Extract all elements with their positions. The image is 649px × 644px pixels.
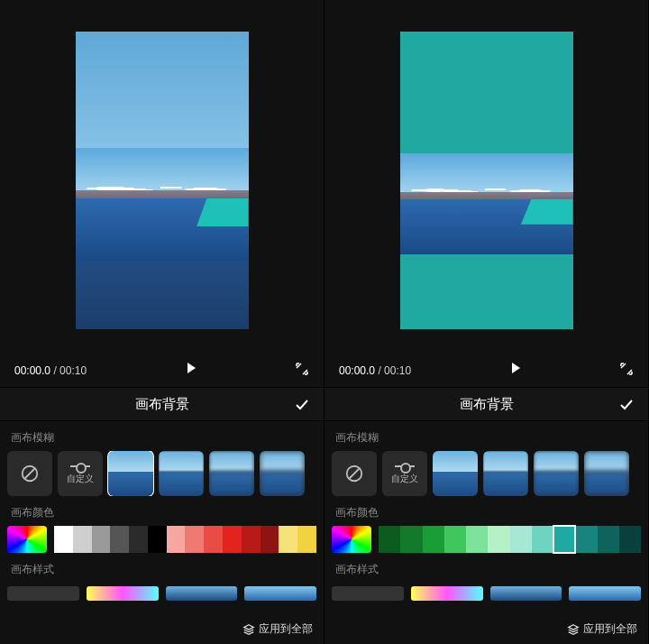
color-swatch[interactable] (223, 526, 242, 553)
color-swatch[interactable] (400, 526, 422, 553)
blur-option-1[interactable] (433, 451, 478, 496)
section-label-blur: 画布模糊 (0, 421, 324, 451)
color-swatch[interactable] (297, 526, 316, 553)
color-swatch[interactable] (129, 526, 148, 553)
color-swatch[interactable] (110, 526, 129, 553)
style-option[interactable] (411, 586, 483, 601)
blur-options-row: 自定义 (0, 451, 324, 496)
color-swatch[interactable] (466, 526, 488, 553)
color-swatch[interactable] (73, 526, 92, 553)
style-option[interactable] (7, 586, 79, 601)
video-frame (400, 153, 573, 254)
color-swatch[interactable] (167, 526, 186, 553)
color-swatch[interactable] (204, 526, 223, 553)
preview-area (0, 0, 324, 361)
time-display: 00:00.0 / 00:10 (339, 364, 411, 377)
confirm-button[interactable] (617, 396, 635, 417)
color-swatch[interactable] (488, 526, 509, 553)
editor-pane-left: 00:00.0 / 00:10 画布背景 画布模糊 自定义 画布颜色 (0, 0, 324, 644)
style-option[interactable] (244, 586, 316, 601)
color-swatch-row (324, 526, 648, 553)
editor-pane-right: 00:00.0 / 00:10 画布背景 画布模糊 自定义 画布颜色 (324, 0, 649, 644)
preview-area (324, 0, 648, 361)
time-display: 00:00.0 / 00:10 (14, 364, 87, 377)
color-swatch[interactable] (510, 526, 532, 553)
video-canvas[interactable] (76, 32, 249, 329)
blur-option-3[interactable] (209, 451, 254, 496)
color-swatch[interactable] (148, 526, 167, 553)
color-swatch[interactable] (279, 526, 297, 553)
color-swatch[interactable] (598, 526, 619, 553)
panel-title: 画布背景 (460, 396, 514, 413)
slider-icon (395, 462, 415, 471)
style-options-row (0, 583, 324, 601)
blur-option-2[interactable] (159, 451, 204, 496)
play-button[interactable] (508, 361, 523, 380)
section-label-style: 画布样式 (0, 553, 324, 583)
section-label-style: 画布样式 (324, 553, 648, 583)
style-options-row (324, 583, 648, 601)
video-canvas[interactable] (400, 32, 573, 329)
blur-option-custom[interactable]: 自定义 (58, 451, 103, 496)
svg-line-1 (25, 469, 35, 479)
player-controls: 00:00.0 / 00:10 (324, 361, 648, 387)
blur-option-4[interactable] (584, 451, 629, 496)
blur-option-1[interactable] (108, 451, 153, 496)
color-swatch[interactable] (185, 526, 204, 553)
color-swatch[interactable] (242, 526, 261, 553)
panel-title: 画布背景 (135, 396, 189, 413)
blur-option-2[interactable] (483, 451, 528, 496)
color-swatch[interactable] (444, 526, 466, 553)
apply-all-button[interactable]: 应用到全部 (567, 621, 637, 637)
blur-option-3[interactable] (534, 451, 579, 496)
color-swatch[interactable] (619, 526, 641, 553)
color-swatch[interactable] (423, 526, 444, 553)
color-swatch[interactable] (532, 526, 553, 553)
color-swatch[interactable] (379, 526, 400, 553)
color-swatch-row (0, 526, 324, 553)
panel-header: 画布背景 (324, 387, 648, 421)
style-option[interactable] (87, 586, 159, 601)
style-option[interactable] (569, 586, 641, 601)
style-option[interactable] (490, 586, 562, 601)
apply-all-button[interactable]: 应用到全部 (242, 621, 313, 637)
fullscreen-button[interactable] (295, 362, 309, 380)
blur-option-4[interactable] (260, 451, 305, 496)
layers-icon (242, 623, 255, 636)
player-controls: 00:00.0 / 00:10 (0, 361, 324, 387)
blur-option-none[interactable] (332, 451, 377, 496)
video-frame (76, 148, 249, 261)
section-label-color: 画布颜色 (0, 496, 324, 526)
color-swatch[interactable] (575, 526, 597, 553)
color-picker-button[interactable] (7, 526, 47, 553)
style-option[interactable] (166, 586, 238, 601)
blur-options-row: 自定义 (324, 451, 648, 496)
color-swatch[interactable] (92, 526, 111, 553)
color-swatch[interactable] (261, 526, 279, 553)
color-picker-button[interactable] (332, 526, 371, 553)
section-label-color: 画布颜色 (324, 496, 648, 526)
fullscreen-button[interactable] (619, 362, 634, 380)
color-swatch[interactable] (54, 526, 73, 553)
color-swatch[interactable] (553, 526, 575, 553)
play-button[interactable] (184, 361, 198, 380)
confirm-button[interactable] (293, 396, 311, 417)
blur-option-none[interactable] (7, 451, 52, 496)
slider-icon (70, 462, 90, 471)
svg-line-3 (350, 469, 360, 479)
section-label-blur: 画布模糊 (324, 421, 648, 451)
style-option[interactable] (332, 586, 404, 601)
layers-icon (567, 623, 580, 636)
blur-option-custom[interactable]: 自定义 (382, 451, 427, 496)
panel-header: 画布背景 (0, 387, 324, 421)
